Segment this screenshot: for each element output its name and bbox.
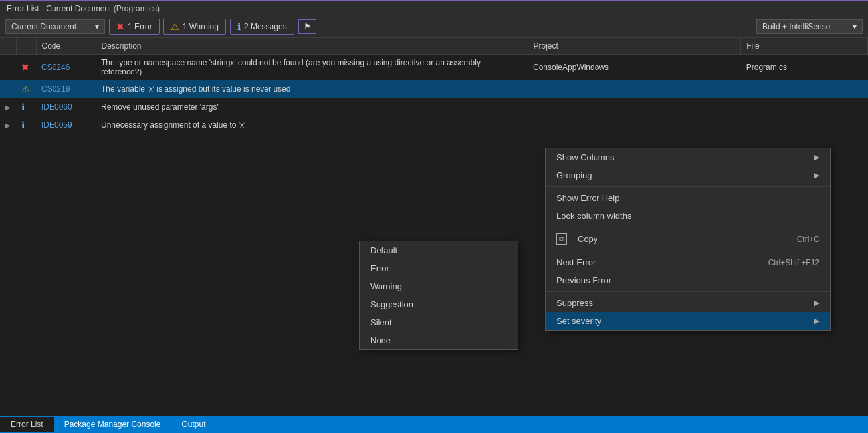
table-row[interactable]: ▶ ℹ IDE0060 Remove unused parameter 'arg…	[0, 98, 868, 116]
col-code: Code	[36, 38, 96, 55]
tab-label: Package Manager Console	[64, 420, 161, 429]
row-file	[741, 80, 868, 98]
status-bar: Error List Package Manager Console Outpu…	[0, 416, 868, 433]
menu-item-label: Show Error Help	[556, 193, 619, 203]
row-description: The type or namespace name 'stringx' cou…	[96, 55, 528, 80]
col-project: Project	[528, 38, 741, 55]
row-expand	[0, 55, 16, 80]
severity-item-suggestion[interactable]: Suggestion	[360, 295, 518, 313]
error-table: Code Description Project File ✖ CS0246 T…	[0, 38, 868, 416]
warning-label: 1 Warning	[183, 22, 219, 31]
tab-label: Error List	[11, 420, 43, 429]
messages-filter-btn[interactable]: ℹ 2 Messages	[230, 19, 294, 35]
context-menu-right: Show Columns ▶ Grouping ▶ Show Error Hel…	[545, 148, 831, 331]
row-file: Program.cs	[741, 55, 868, 80]
row-icon: ✖	[16, 55, 36, 80]
scope-dropdown[interactable]: Current Document ▾	[5, 19, 105, 34]
expand-icon[interactable]: ▶	[5, 104, 11, 111]
menu-item-set-severity[interactable]: Set severity ▶	[546, 312, 830, 330]
row-project	[528, 116, 741, 134]
submenu-arrow: ▶	[814, 299, 819, 307]
title-text: Error List - Current Document (Program.c…	[7, 4, 160, 13]
menu-item-grouping[interactable]: Grouping ▶	[546, 166, 830, 184]
scope-arrow: ▾	[95, 22, 99, 31]
code-link[interactable]: IDE0059	[41, 120, 72, 130]
menu-item-previous-error[interactable]: Previous Error	[546, 271, 830, 289]
code-link[interactable]: CS0219	[41, 84, 70, 94]
shortcut-label: Ctrl+Shift+F12	[768, 258, 819, 267]
severity-item-warning[interactable]: Warning	[360, 277, 518, 295]
warning-icon: ⚠	[171, 21, 179, 32]
row-expand	[0, 80, 16, 98]
expand-icon[interactable]: ▶	[5, 122, 11, 129]
severity-item-silent[interactable]: Silent	[360, 313, 518, 331]
row-project	[528, 98, 741, 116]
severity-item-default[interactable]: Default	[360, 241, 518, 259]
context-menu-left: Default Error Warning Suggestion Silent …	[359, 241, 518, 350]
row-icon: ⚠	[16, 80, 36, 98]
code-link[interactable]: IDE0060	[41, 102, 72, 112]
row-icon: ℹ	[16, 98, 36, 116]
severity-label: Silent	[370, 317, 392, 327]
code-link[interactable]: CS0246	[41, 63, 70, 72]
warning-row-icon: ⚠	[21, 84, 30, 94]
error-label: 1 Error	[128, 22, 152, 31]
tab-output[interactable]: Output	[171, 417, 216, 432]
scope-label: Current Document	[11, 22, 76, 31]
copy-icon: ⧉	[556, 233, 567, 245]
submenu-arrow: ▶	[814, 171, 819, 180]
menu-item-label: Copy	[578, 234, 597, 244]
toolbar: Current Document ▾ ✖ 1 Error ⚠ 1 Warning…	[0, 16, 868, 38]
menu-item-suppress[interactable]: Suppress ▶	[546, 294, 830, 312]
severity-label: None	[370, 335, 391, 345]
menu-item-show-error-help[interactable]: Show Error Help	[546, 189, 830, 207]
filter-icon-btn[interactable]: ⚑	[298, 19, 316, 34]
info-row-icon: ℹ	[21, 102, 25, 112]
menu-item-label: Lock column widths	[556, 211, 631, 221]
severity-label: Suggestion	[370, 299, 413, 309]
severity-item-error[interactable]: Error	[360, 259, 518, 277]
shortcut-label: Ctrl+C	[797, 235, 819, 244]
col-description: Description	[96, 38, 528, 55]
menu-item-lock-columns[interactable]: Lock column widths	[546, 207, 830, 225]
menu-item-next-error[interactable]: Next Error Ctrl+Shift+F12	[546, 253, 830, 271]
info-row-icon: ℹ	[21, 120, 25, 130]
severity-item-none[interactable]: None	[360, 331, 518, 349]
info-icon: ℹ	[237, 21, 241, 32]
submenu-arrow: ▶	[814, 317, 819, 325]
build-label: Build + IntelliSense	[762, 22, 830, 31]
row-code: IDE0060	[36, 98, 96, 116]
row-file	[741, 98, 868, 116]
table-row[interactable]: ✖ CS0246 The type or namespace name 'str…	[0, 55, 868, 80]
error-icon: ✖	[116, 21, 124, 32]
row-project	[528, 80, 741, 98]
filter-icon: ⚑	[304, 22, 311, 31]
messages-label: 2 Messages	[244, 22, 287, 31]
row-icon: ℹ	[16, 116, 36, 134]
menu-item-copy[interactable]: ⧉ Copy Ctrl+C	[546, 229, 830, 249]
tab-error-list[interactable]: Error List	[0, 417, 54, 432]
tab-label: Output	[181, 420, 205, 429]
row-code: CS0219	[36, 80, 96, 98]
warning-filter-btn[interactable]: ⚠ 1 Warning	[163, 19, 226, 35]
menu-separator	[546, 227, 830, 227]
table-row[interactable]: ⚠ CS0219 The variable 'x' is assigned bu…	[0, 80, 868, 98]
severity-label: Warning	[370, 281, 402, 291]
menu-separator	[546, 186, 830, 187]
col-icon	[16, 38, 36, 55]
table-row[interactable]: ▶ ℹ IDE0059 Unnecessary assignment of a …	[0, 116, 868, 134]
menu-item-label: Show Columns	[556, 152, 614, 162]
menu-separator	[546, 251, 830, 251]
menu-item-show-columns[interactable]: Show Columns ▶	[546, 148, 830, 166]
errors-grid: Code Description Project File ✖ CS0246 T…	[0, 38, 868, 134]
row-file	[741, 116, 868, 134]
menu-item-label: Previous Error	[556, 275, 611, 285]
col-expand	[0, 38, 16, 55]
severity-label: Default	[370, 245, 397, 255]
tab-package-manager-console[interactable]: Package Manager Console	[54, 417, 171, 432]
row-expand: ▶	[0, 98, 16, 116]
error-filter-btn[interactable]: ✖ 1 Error	[109, 19, 160, 35]
build-dropdown[interactable]: Build + IntelliSense ▾	[756, 19, 863, 34]
menu-item-label: Grouping	[556, 170, 592, 180]
row-description: Unnecessary assignment of a value to 'x'	[96, 116, 528, 134]
